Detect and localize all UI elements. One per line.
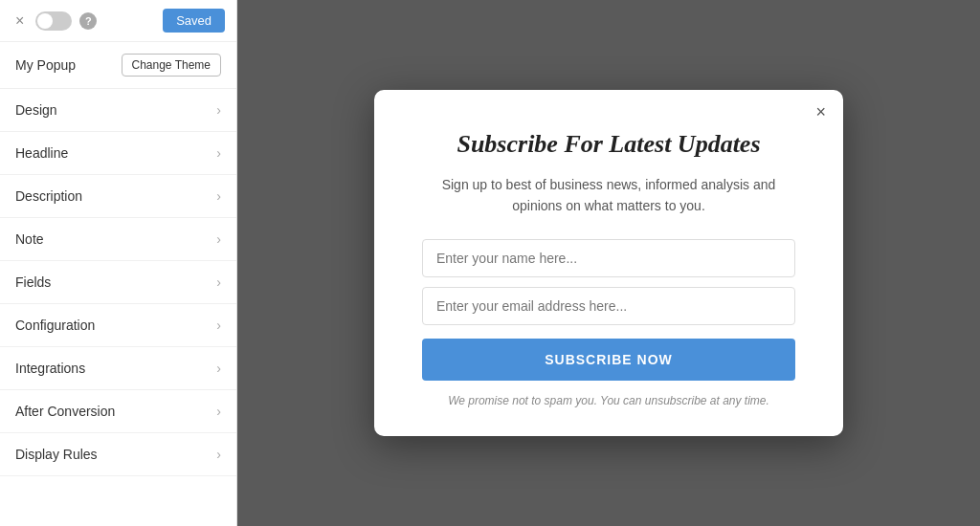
sidebar-item-headline[interactable]: Headline› bbox=[0, 132, 236, 175]
nav-item-label: After Conversion bbox=[15, 404, 115, 419]
topbar-left: × ? bbox=[11, 11, 97, 31]
sidebar-item-note[interactable]: Note› bbox=[0, 218, 236, 261]
sidebar-item-after-conversion[interactable]: After Conversion› bbox=[0, 390, 236, 433]
chevron-right-icon: › bbox=[216, 447, 221, 462]
main-area: × Subscribe For Latest Updates Sign up t… bbox=[237, 0, 980, 526]
nav-item-label: Integrations bbox=[15, 361, 85, 376]
email-input[interactable] bbox=[422, 287, 795, 325]
chevron-right-icon: › bbox=[216, 231, 221, 247]
nav-item-label: Design bbox=[15, 102, 57, 118]
sidebar-topbar: × ? Saved bbox=[0, 0, 236, 42]
popup-headline: Subscribe For Latest Updates bbox=[422, 128, 795, 161]
chevron-right-icon: › bbox=[216, 145, 221, 161]
close-button[interactable]: × bbox=[11, 12, 28, 30]
sidebar-item-fields[interactable]: Fields› bbox=[0, 261, 236, 304]
chevron-right-icon: › bbox=[216, 404, 221, 419]
nav-item-label: Display Rules bbox=[15, 447, 98, 462]
nav-item-label: Description bbox=[15, 188, 82, 204]
chevron-right-icon: › bbox=[216, 361, 221, 376]
nav-item-label: Note bbox=[15, 231, 44, 247]
nav-item-label: Fields bbox=[15, 274, 51, 290]
help-icon[interactable]: ? bbox=[79, 12, 97, 30]
sidebar-item-display-rules[interactable]: Display Rules› bbox=[0, 433, 236, 476]
nav-item-label: Configuration bbox=[15, 318, 95, 333]
chevron-right-icon: › bbox=[216, 318, 221, 333]
sidebar-nav: Design›Headline›Description›Note›Fields›… bbox=[0, 89, 236, 526]
toggle-switch[interactable] bbox=[35, 11, 72, 31]
popup-close-button[interactable]: × bbox=[815, 103, 826, 121]
chevron-right-icon: › bbox=[216, 102, 221, 118]
popup-title-bar: My Popup Change Theme bbox=[0, 42, 236, 89]
saved-button[interactable]: Saved bbox=[163, 9, 225, 33]
popup-modal: × Subscribe For Latest Updates Sign up t… bbox=[374, 90, 843, 437]
chevron-right-icon: › bbox=[216, 188, 221, 204]
sidebar-item-integrations[interactable]: Integrations› bbox=[0, 347, 236, 390]
sidebar: × ? Saved My Popup Change Theme Design›H… bbox=[0, 0, 237, 526]
popup-editor-title: My Popup bbox=[15, 57, 76, 73]
sidebar-item-design[interactable]: Design› bbox=[0, 89, 236, 132]
chevron-right-icon: › bbox=[216, 274, 221, 290]
subscribe-button[interactable]: SUBSCRIBE NOW bbox=[422, 339, 795, 381]
name-input[interactable] bbox=[422, 239, 795, 277]
nav-item-label: Headline bbox=[15, 145, 68, 161]
spam-note: We promise not to spam you. You can unsu… bbox=[422, 394, 795, 407]
sidebar-item-description[interactable]: Description› bbox=[0, 175, 236, 218]
change-theme-button[interactable]: Change Theme bbox=[122, 54, 222, 77]
popup-description: Sign up to best of business news, inform… bbox=[422, 174, 795, 217]
sidebar-item-configuration[interactable]: Configuration› bbox=[0, 304, 236, 347]
